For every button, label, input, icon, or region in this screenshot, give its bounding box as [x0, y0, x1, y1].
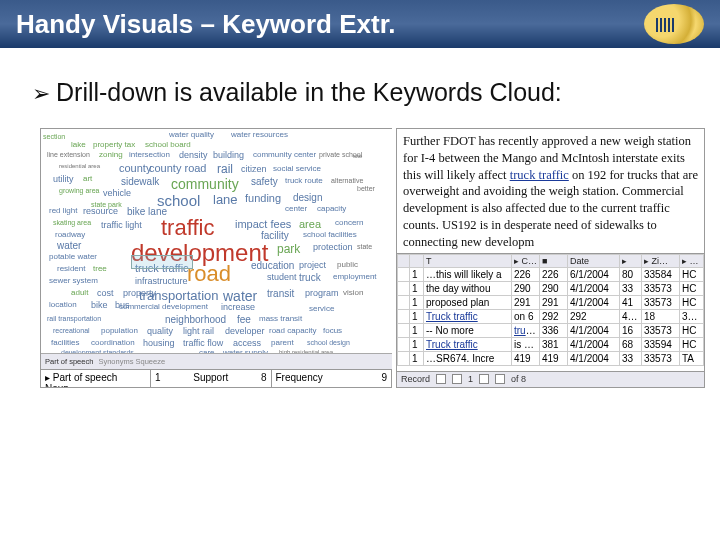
- cloud-word[interactable]: student: [267, 273, 297, 282]
- table-header-cell[interactable]: ▸ Ju…: [680, 254, 704, 267]
- cloud-word[interactable]: public: [337, 261, 358, 269]
- nav-next-icon[interactable]: [479, 374, 489, 384]
- cloud-word[interactable]: sewer system: [49, 277, 98, 285]
- cloud-word[interactable]: vehicle: [103, 189, 131, 198]
- cloud-word[interactable]: road capacity: [269, 327, 317, 335]
- cloud-word[interactable]: utility: [53, 175, 74, 184]
- cloud-word[interactable]: sidewalk: [121, 177, 159, 187]
- cloud-word[interactable]: education: [251, 261, 294, 271]
- highlighted-term[interactable]: truck traffic: [510, 168, 569, 182]
- cloud-word[interactable]: resident: [57, 265, 85, 273]
- cloud-word[interactable]: developer: [225, 327, 265, 336]
- table-row[interactable]: 1-- No moretru 3363364/1/20041633573HC: [398, 323, 704, 337]
- cloud-word[interactable]: water: [57, 241, 81, 251]
- cloud-word[interactable]: better: [357, 185, 375, 192]
- cloud-word[interactable]: employment: [333, 273, 377, 281]
- cloud-word[interactable]: school design: [307, 339, 350, 346]
- cloud-word[interactable]: section: [43, 133, 65, 140]
- cloud-word[interactable]: quality: [147, 327, 173, 336]
- cloud-word[interactable]: program: [305, 289, 339, 298]
- table-header-cell[interactable]: ■: [540, 254, 568, 267]
- cloud-word[interactable]: mass transit: [259, 315, 302, 323]
- cloud-word[interactable]: transit: [267, 289, 294, 299]
- table-body[interactable]: 1…this will likely a2262266/1/2004803358…: [398, 267, 704, 365]
- cloud-word[interactable]: building: [213, 151, 244, 160]
- table-row[interactable]: 1Truck trafficon 62922924/1/20041833573: [398, 309, 704, 323]
- nav-first-icon[interactable]: [436, 374, 446, 384]
- keyword-cloud-panel[interactable]: sectionlakeproperty taxschool boardwater…: [40, 128, 392, 388]
- selected-term-highlight[interactable]: [131, 255, 193, 269]
- record-navigator[interactable]: Record 1 of 8: [397, 371, 704, 387]
- nav-last-icon[interactable]: [495, 374, 505, 384]
- table-header-cell[interactable]: ▸ Zi…: [642, 254, 680, 267]
- cloud-word[interactable]: school facilities: [303, 231, 357, 239]
- cloud-word[interactable]: intersection: [129, 151, 170, 159]
- cloud-word[interactable]: rail: [217, 163, 233, 175]
- cloud-word[interactable]: project: [299, 261, 326, 270]
- footer-options[interactable]: Synonyms Squeeze: [98, 357, 165, 366]
- cloud-word[interactable]: traffic light: [101, 221, 142, 230]
- cloud-word[interactable]: line extension: [47, 151, 90, 158]
- cloud-word[interactable]: residential area: [59, 163, 100, 169]
- keyword-cloud[interactable]: sectionlakeproperty taxschool boardwater…: [41, 129, 392, 387]
- cloud-word[interactable]: bike: [91, 301, 108, 310]
- cloud-word[interactable]: transportation: [139, 289, 219, 302]
- cloud-word[interactable]: tree: [93, 265, 107, 273]
- table-row[interactable]: 1Truck trafficis 3813814/1/20046833594HC: [398, 337, 704, 351]
- support-col[interactable]: 1Support8: [151, 370, 272, 387]
- cloud-word[interactable]: infrastructure: [135, 277, 188, 286]
- cloud-word[interactable]: focus: [323, 327, 342, 335]
- term-link[interactable]: Truck traffic: [426, 311, 478, 322]
- cloud-word[interactable]: county: [119, 163, 151, 174]
- cloud-word[interactable]: recreational: [53, 327, 90, 334]
- cloud-word[interactable]: truck: [299, 273, 321, 283]
- cloud-word[interactable]: skating area: [53, 219, 91, 226]
- cloud-word[interactable]: light rail: [183, 327, 214, 336]
- cloud-word[interactable]: community center: [253, 151, 316, 159]
- table-header-cell[interactable]: [410, 254, 424, 267]
- cloud-word[interactable]: water quality: [169, 131, 214, 139]
- cloud-word[interactable]: art: [83, 175, 92, 183]
- cloud-word[interactable]: potable water: [49, 253, 97, 261]
- cloud-word[interactable]: access: [233, 339, 261, 348]
- cloud-word[interactable]: housing: [143, 339, 175, 348]
- cloud-word[interactable]: lake: [71, 141, 86, 149]
- cloud-word[interactable]: area: [299, 219, 321, 230]
- cloud-word[interactable]: parent: [271, 339, 294, 347]
- term-link[interactable]: tru: [514, 325, 536, 336]
- cloud-word[interactable]: growing area: [59, 187, 99, 194]
- cloud-word[interactable]: resource: [83, 207, 118, 216]
- cloud-word[interactable]: park: [277, 243, 300, 255]
- cloud-word[interactable]: school board: [145, 141, 191, 149]
- cloud-word[interactable]: community: [171, 177, 239, 191]
- table-header-cell[interactable]: ▸ Comment: [512, 254, 540, 267]
- cloud-word[interactable]: concern: [335, 219, 363, 227]
- results-table[interactable]: T▸ Comment■Date▸▸ Zi…▸ Ju… 1…this will l…: [397, 254, 704, 366]
- table-header-cell[interactable]: ▸: [620, 254, 642, 267]
- cloud-word[interactable]: neighborhood: [165, 315, 226, 325]
- cloud-word[interactable]: facilities: [51, 339, 79, 347]
- cloud-word[interactable]: service: [309, 305, 334, 313]
- table-row[interactable]: 1proposed plan2912914/1/20044133573HC: [398, 295, 704, 309]
- cloud-word[interactable]: vision: [343, 289, 363, 297]
- cloud-word[interactable]: protection: [313, 243, 353, 252]
- cloud-word[interactable]: safety: [251, 177, 278, 187]
- term-link[interactable]: Truck traffic: [426, 339, 478, 350]
- cloud-word[interactable]: coordination: [91, 339, 135, 347]
- frequency-col[interactable]: Frequency9: [272, 370, 393, 387]
- cloud-word[interactable]: impact fees: [235, 219, 291, 230]
- cloud-word[interactable]: zoning: [99, 151, 123, 159]
- cloud-word[interactable]: lane: [213, 193, 238, 206]
- table-header-cell[interactable]: T: [424, 254, 512, 267]
- cloud-word[interactable]: adult: [71, 289, 88, 297]
- cloud-word[interactable]: capacity: [317, 205, 346, 213]
- cloud-word[interactable]: fee: [237, 315, 251, 325]
- cloud-word[interactable]: density: [179, 151, 208, 160]
- cloud-word[interactable]: site: [353, 153, 362, 159]
- cloud-word[interactable]: roadway: [55, 231, 85, 239]
- table-row[interactable]: 1…this will likely a2262266/1/2004803358…: [398, 267, 704, 281]
- table-row[interactable]: 1…SR674. Incre4194194/1/20043333573TA: [398, 351, 704, 365]
- table-header-cell[interactable]: Date: [568, 254, 620, 267]
- cloud-word[interactable]: funding: [245, 193, 281, 204]
- cloud-word[interactable]: cost: [97, 289, 114, 298]
